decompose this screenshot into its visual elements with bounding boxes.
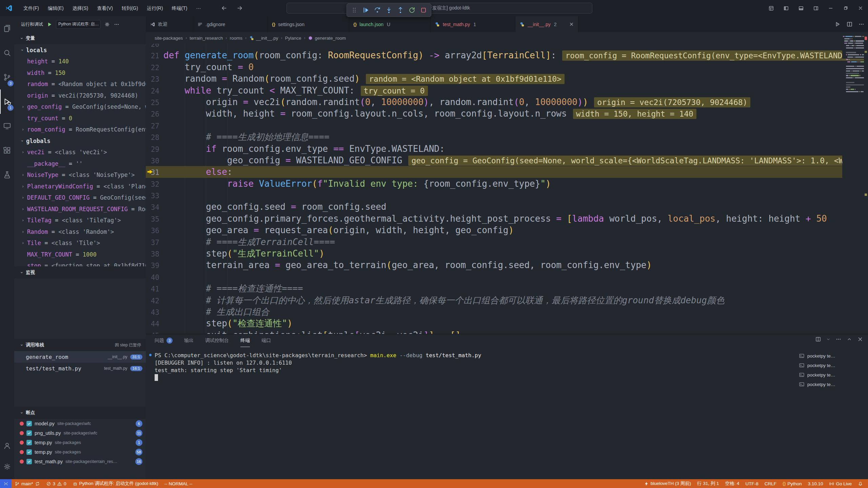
line-number[interactable]: 28 [146,132,159,143]
breadcrumb-item[interactable]: site-packages [155,36,183,41]
breadcrumb-item[interactable]: __init__.py [249,36,278,41]
variable-row[interactable]: ›MAX_TRY_COUNT = 1000 [14,249,146,260]
variable-row[interactable]: ›origin = vec2i(7205730, 9024468) [14,90,146,101]
start-debug-icon[interactable] [46,21,53,27]
breakpoint-row[interactable]: model.pysite-packages\wfc6 [14,419,146,428]
menu-item-6[interactable]: 终端(T) [167,0,192,16]
activity-testing[interactable] [0,163,14,187]
activity-accounts[interactable] [0,435,14,456]
commit-info[interactable]: blueloveTH (3 周前) [641,479,694,488]
tab-settings.json[interactable]: {}settings.json [268,16,349,32]
variable-group[interactable]: locals [14,44,146,56]
breakpoints-section-header[interactable]: 断点 [14,407,146,419]
toggle-primary-sidebar[interactable] [778,0,793,16]
breadcrumb-item[interactable]: terrain_research [190,36,223,41]
variable-row[interactable]: ›__package__ = '' [14,158,146,169]
split-editor-button[interactable] [846,21,853,27]
close-icon[interactable] [569,22,574,27]
line-number[interactable]: 30 [146,155,159,167]
breadcrumb-item[interactable]: Pylance [285,36,301,41]
activity-extensions[interactable] [0,138,14,163]
line-number[interactable]: 37 [146,237,159,248]
forward-arrow-icon[interactable] [236,5,243,12]
activity-remote-explorer[interactable] [0,114,14,138]
notifications[interactable] [855,479,866,488]
call-stack-section-header[interactable]: 调用堆栈因 step 已暂停 [14,339,146,351]
variable-row[interactable]: ›vec2i = <class 'vec2i'> [14,147,146,158]
close-button[interactable] [853,0,868,16]
breakpoint-checkbox[interactable] [26,430,32,436]
stack-frame[interactable]: generate_room__init__.py31:1 [14,351,146,363]
variable-row[interactable]: ›geo_config = GeoConfig(seed=None, wor… [14,101,146,113]
variable-row[interactable]: ›DEFAULT_GEO_CONFIG = GeoConfig(seed=1… [14,192,146,204]
restart-button[interactable] [407,5,417,16]
terminal-output[interactable]: PS C:\computer_science\godot-ldtk\site-p… [155,352,481,374]
close-panel-button[interactable] [857,336,863,342]
stack-frame[interactable]: test/test_math.pytest_math.py16:1 [14,363,146,374]
line-number[interactable]: 27 [146,120,159,132]
terminal-list-item[interactable]: pocketpy te… [799,351,865,361]
panel-tab-调试控制台[interactable]: 调试控制台 [205,334,229,347]
activity-explorer[interactable] [0,16,14,41]
variable-row[interactable]: ›PlanetaryWindConfig = <class 'Planeta… [14,181,146,192]
run-python-file-button[interactable] [834,21,841,27]
line-number[interactable]: 23 [146,74,159,85]
git-branch[interactable]: main* [12,479,43,488]
back-arrow-icon[interactable] [221,5,228,12]
menu-item-7[interactable]: ··· [192,0,205,16]
panel-tab-端口[interactable]: 端口 [261,334,271,347]
variable-row[interactable]: ›TileTag = <class 'TileTag'> [14,215,146,226]
breakpoint-row[interactable]: png_utils.pysite-packages\wfc11 [14,428,146,438]
variable-group[interactable]: globals [14,135,146,147]
gear-icon[interactable] [104,21,110,27]
menu-item-2[interactable]: 选择(S) [68,0,93,16]
tab-__init__.py[interactable]: __init__.py2 [515,16,578,32]
tab-欢迎[interactable]: 欢迎 [146,16,193,32]
tab-test_math.py[interactable]: test_math.py1 [431,16,515,32]
activity-source-control[interactable]: 3 [0,65,14,89]
step-over-button[interactable] [372,5,383,16]
variables-section-header[interactable]: 变量 [14,32,146,44]
command-center-search[interactable]: [扩展开发宿主] godot-ldtk [287,3,592,14]
drag-grip-button[interactable] [349,5,360,16]
breadcrumb-item[interactable]: generate_room [308,36,346,41]
variable-row[interactable]: ›width = 150 [14,67,146,79]
line-number[interactable]: 35 [146,214,159,225]
line-number[interactable]: 22 [146,62,159,74]
split-terminal-button[interactable] [815,336,821,342]
breakpoint-checkbox[interactable] [26,449,32,455]
remote-indicator[interactable] [0,479,12,488]
variable-row[interactable]: ›NoiseType = <class 'NoiseType'> [14,169,146,181]
breadcrumb-item[interactable]: rooms [230,36,243,41]
breakpoint-checkbox[interactable] [26,421,32,426]
line-number[interactable]: 33 [146,190,159,202]
command-decoration-dot[interactable] [149,354,152,356]
line-number[interactable]: 42 [146,295,159,307]
terminal-list-item[interactable]: pocketpy te… [799,370,865,380]
go-live[interactable]: Go Live [826,479,855,488]
line-number[interactable]: 43 [146,307,159,318]
line-number[interactable]: 45 [146,330,159,334]
line-number[interactable]: 29 [146,144,159,155]
menu-item-1[interactable]: 编辑(E) [43,0,68,16]
line-number[interactable]: 41 [146,283,159,295]
activity-manage-gear[interactable] [0,456,14,477]
editor-code-area[interactable]: 2021def generate_room(room_config: RoomR… [146,44,842,334]
toggle-panel[interactable] [793,0,808,16]
tab-.gdignore[interactable]: .gdignore [193,16,268,32]
toggle-secondary-sidebar[interactable] [808,0,823,16]
python-version[interactable]: 3.10.10 [805,479,826,488]
line-number[interactable]: 38 [146,248,159,260]
line-number[interactable]: 36 [146,225,159,237]
tab-launch.json[interactable]: {}launch.jsonU [349,16,431,32]
variable-row[interactable]: ›stop = <function stop at 0x1bf8d716d… [14,260,146,267]
variable-row[interactable]: ›Random = <class 'Random'> [14,226,146,238]
customize-layout[interactable] [764,0,778,16]
terminal-list-item[interactable]: pocketpy te… [799,380,865,389]
line-number[interactable]: 34 [146,202,159,213]
encoding[interactable]: UTF-8 [743,479,762,488]
vim-mode[interactable]: -- NORMAL -- [161,479,196,488]
more-actions-button[interactable] [835,336,842,342]
variable-row[interactable]: ›height = 140 [14,56,146,67]
line-number[interactable]: 25 [146,97,159,108]
